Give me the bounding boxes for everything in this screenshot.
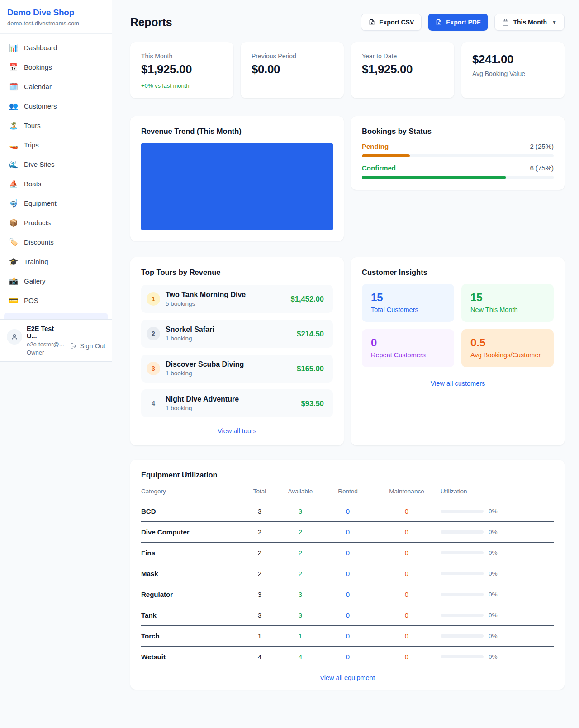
rank-badge: 1: [147, 292, 160, 306]
view-all-tours-link[interactable]: View all tours: [141, 427, 333, 435]
charts-row: Revenue Trend (This Month) Bookings by S…: [130, 116, 565, 241]
sidebar-item-trips[interactable]: 🚤 Trips: [4, 135, 108, 155]
status-row-pending: Pending 2 (25%): [362, 142, 554, 157]
customer-insights-title: Customer Insights: [362, 268, 554, 277]
utilization-bar: [441, 510, 484, 513]
user-meta: E2E Test U... e2e-tester@... Owner: [27, 325, 66, 356]
table-body: BCD 3 3 0 0 0% Dive Computer 2 2 0 0 0% …: [141, 501, 554, 667]
main-content: Reports Export CSV Export PDF This Month…: [112, 0, 579, 690]
status-count: 2 (25%): [530, 142, 554, 150]
export-csv-button[interactable]: Export CSV: [361, 14, 422, 31]
wave-emoji-icon: 🌊: [9, 160, 18, 169]
tour-row: 3 Discover Scuba Diving 1 booking $165.0…: [141, 355, 333, 383]
view-all-equipment-link[interactable]: View all equipment: [141, 674, 554, 681]
tile-avg-bookings-customer: 0.5 Avg Bookings/Customer: [461, 329, 554, 367]
user-name: E2E Test U...: [27, 325, 66, 340]
sidebar-nav: 📊 Dashboard 📅 Bookings 🗓️ Calendar 👥 Cus…: [0, 34, 112, 319]
camera-emoji-icon: 📸: [9, 277, 18, 285]
file-icon: [436, 19, 442, 26]
logout-icon: [70, 343, 77, 350]
export-pdf-button[interactable]: Export PDF: [428, 14, 488, 31]
speedboat-emoji-icon: 🚤: [9, 141, 18, 149]
stat-cards: This Month $1,925.00 +0% vs last month P…: [130, 42, 565, 98]
calendar-icon: [502, 19, 509, 26]
file-icon: [369, 19, 375, 26]
stat-card-avg-booking-value: $241.00 Avg Booking Value: [461, 42, 565, 98]
insights-row: Top Tours by Revenue 1 Two Tank Morning …: [130, 257, 565, 445]
progress-track: [362, 176, 554, 179]
bar-chart-emoji-icon: 📊: [9, 43, 18, 52]
sidebar-item-reports-partial[interactable]: [4, 313, 108, 319]
utilization-bar: [441, 593, 484, 596]
utilization-bar: [441, 572, 484, 575]
user-role: Owner: [27, 349, 66, 356]
sidebar-item-customers[interactable]: 👥 Customers: [4, 96, 108, 116]
top-tours-title: Top Tours by Revenue: [141, 268, 333, 277]
table-row: BCD 3 3 0 0 0%: [141, 501, 554, 522]
calendar-emoji-icon: 📅: [9, 63, 18, 71]
rank-badge: 4: [147, 397, 160, 410]
package-emoji-icon: 📦: [9, 218, 18, 227]
sidebar-item-boats[interactable]: ⛵ Boats: [4, 174, 108, 194]
equipment-utilization-panel: Equipment Utilization Category Total Ava…: [130, 460, 565, 690]
status-row-confirmed: Confirmed 6 (75%): [362, 164, 554, 179]
status-count: 6 (75%): [530, 164, 554, 172]
sidebar-item-bookings[interactable]: 📅 Bookings: [4, 57, 108, 77]
header-actions: Export CSV Export PDF This Month ▼: [361, 14, 565, 31]
sidebar-user-section: E2E Test U... e2e-tester@... Owner Sign …: [0, 319, 112, 361]
bookings-by-status-title: Bookings by Status: [362, 127, 554, 136]
utilization-bar: [441, 634, 484, 638]
revenue-trend-title: Revenue Trend (This Month): [141, 127, 333, 136]
stat-card-previous-period: Previous Period $0.00: [241, 42, 344, 98]
customer-insight-tiles: 15 Total Customers 15 New This Month 0 R…: [362, 284, 554, 367]
sidebar: Demo Dive Shop demo.test.divestreams.com…: [0, 0, 112, 362]
shop-name: Demo Dive Shop: [7, 8, 104, 18]
view-all-customers-link[interactable]: View all customers: [362, 380, 554, 387]
customer-insights-panel: Customer Insights 15 Total Customers 15 …: [351, 257, 565, 445]
sidebar-header: Demo Dive Shop demo.test.divestreams.com: [0, 0, 112, 34]
table-row: Mask 2 2 0 0 0%: [141, 563, 554, 584]
table-row: Torch 1 1 0 0 0%: [141, 626, 554, 647]
equipment-utilization-title: Equipment Utilization: [141, 471, 554, 479]
sign-out-button[interactable]: Sign Out: [70, 336, 105, 356]
sidebar-item-dashboard[interactable]: 📊 Dashboard: [4, 38, 108, 57]
revenue-trend-panel: Revenue Trend (This Month): [130, 116, 344, 241]
user-email: e2e-tester@...: [27, 341, 66, 348]
island-emoji-icon: 🏝️: [9, 121, 18, 130]
sidebar-item-training[interactable]: 🎓 Training: [4, 252, 108, 271]
tour-revenue: $165.00: [297, 364, 324, 373]
avatar: [7, 329, 22, 345]
progress-fill: [362, 176, 506, 179]
sidebar-item-calendar[interactable]: 🗓️ Calendar: [4, 77, 108, 96]
table-row: Dive Computer 2 2 0 0 0%: [141, 522, 554, 543]
tour-revenue: $1,452.00: [291, 295, 324, 303]
period-dropdown[interactable]: This Month ▼: [494, 14, 565, 31]
tour-revenue: $93.50: [301, 399, 324, 408]
top-tours-panel: Top Tours by Revenue 1 Two Tank Morning …: [130, 257, 344, 445]
progress-fill: [362, 154, 410, 157]
sidebar-item-equipment[interactable]: 🤿 Equipment: [4, 194, 108, 213]
rank-badge: 3: [147, 362, 160, 375]
label-emoji-icon: 🏷️: [9, 238, 18, 246]
sidebar-item-products[interactable]: 📦 Products: [4, 213, 108, 232]
sidebar-item-tours[interactable]: 🏝️ Tours: [4, 116, 108, 135]
progress-track: [362, 154, 554, 157]
stat-delta: +0% vs last month: [141, 82, 223, 89]
sidebar-item-discounts[interactable]: 🏷️ Discounts: [4, 232, 108, 252]
sidebar-item-gallery[interactable]: 📸 Gallery: [4, 271, 108, 291]
utilization-bar: [441, 551, 484, 554]
table-row: Regulator 3 3 0 0 0%: [141, 584, 554, 605]
tour-row: 2 Snorkel Safari 1 booking $214.50: [141, 320, 333, 348]
equipment-table: Category Total Available Rented Maintena…: [141, 488, 554, 667]
people-emoji-icon: 👥: [9, 102, 18, 110]
bookings-by-status-panel: Bookings by Status Pending 2 (25%) Confi…: [351, 116, 565, 190]
utilization-bar: [441, 614, 484, 617]
table-row: Wetsuit 4 4 0 0 0%: [141, 647, 554, 667]
shop-domain: demo.test.divestreams.com: [7, 20, 104, 27]
sidebar-item-pos[interactable]: 💳 POS: [4, 291, 108, 310]
tile-total-customers: 15 Total Customers: [362, 284, 454, 322]
tour-row: 1 Two Tank Morning Dive 5 bookings $1,45…: [141, 285, 333, 313]
utilization-bar: [441, 530, 484, 534]
credit-card-emoji-icon: 💳: [9, 296, 18, 305]
sidebar-item-dive-sites[interactable]: 🌊 Dive Sites: [4, 155, 108, 174]
